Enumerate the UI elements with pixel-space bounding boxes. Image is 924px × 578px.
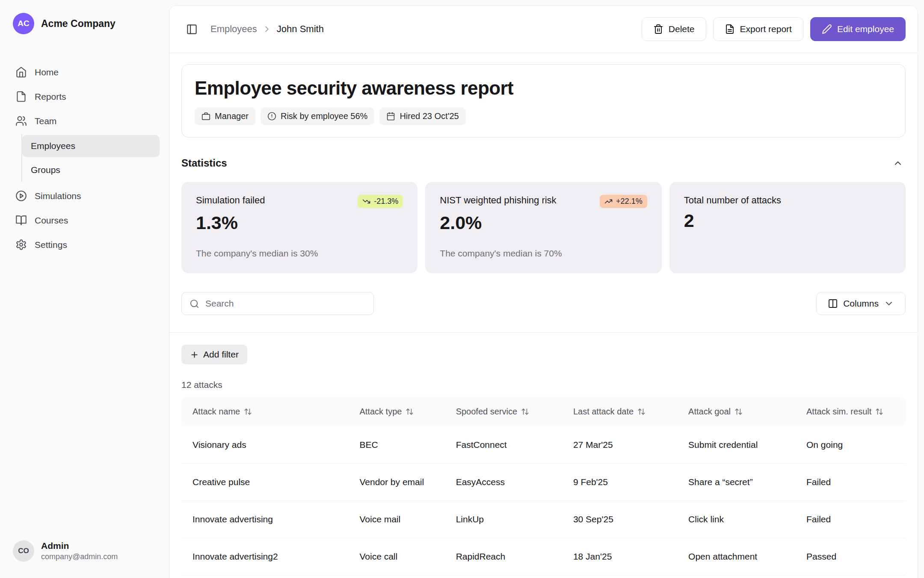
- file-text-icon: [725, 24, 735, 34]
- company-avatar: AC: [13, 13, 34, 34]
- cell-attack-goal: Share a “secret”: [688, 464, 806, 501]
- stat-value: 2: [684, 210, 891, 231]
- stat-value: 1.3%: [196, 212, 403, 233]
- sidebar-item-label: Reports: [35, 92, 66, 102]
- statistics-title: Statistics: [181, 157, 227, 169]
- cell-attack-name: Creative pulse: [181, 464, 359, 501]
- sidebar-item-courses[interactable]: Courses: [9, 208, 160, 232]
- users-icon: [15, 115, 27, 127]
- sidebar-item-home[interactable]: Home: [9, 60, 160, 84]
- table-toolbar: Columns: [181, 292, 906, 315]
- column-header-attack-name[interactable]: Attack name: [181, 397, 359, 426]
- risk-badge: Risk by employee 56%: [261, 107, 374, 125]
- export-report-button-label: Export report: [740, 24, 792, 34]
- cell-spoofed-service: LinkUp: [456, 501, 573, 538]
- sidebar-item-label: Courses: [35, 215, 68, 226]
- sort-icon: [244, 408, 252, 416]
- column-header-attack-type[interactable]: Attack type: [359, 397, 456, 426]
- cell-attack-goal: Click link: [688, 501, 806, 538]
- panel-left-icon: [186, 24, 198, 35]
- book-open-icon: [15, 215, 27, 226]
- sidebar-item-reports[interactable]: Reports: [9, 84, 160, 109]
- add-filter-label: Add filter: [203, 349, 239, 360]
- main-panel: Employees John Smith Delete Export repor…: [169, 5, 918, 578]
- trending-down-icon: [362, 197, 370, 206]
- trend-badge-up: +22.1%: [600, 195, 647, 208]
- sidebar-item-settings[interactable]: Settings: [9, 232, 160, 257]
- team-subnav: Employees Groups: [21, 134, 160, 182]
- cell-attack-result: Failed: [806, 464, 906, 501]
- column-header-attack-goal[interactable]: Attack goal: [688, 397, 806, 426]
- cell-attack-name: Impactful promotions: [181, 575, 359, 578]
- stat-cards: Simulation failed -21.3% 1.3% The compan…: [181, 182, 906, 273]
- column-header-last-attack-date[interactable]: Last attack date: [573, 397, 688, 426]
- stat-card-total-attacks: Total number of attacks 2: [669, 182, 906, 273]
- stat-card-phishing-risk: NIST weighted phishing risk +22.1% 2.0% …: [425, 182, 661, 273]
- play-circle-icon: [15, 190, 27, 202]
- columns-icon: [828, 298, 838, 309]
- chevron-right-icon: [262, 24, 272, 34]
- cell-spoofed-service: ConnectNow: [456, 575, 573, 578]
- add-filter-button[interactable]: Add filter: [181, 345, 247, 364]
- sidebar-item-team[interactable]: Team: [9, 109, 160, 133]
- attacks-table: Attack name Attack type Spoofed service …: [181, 397, 906, 578]
- hired-badge-label: Hired 23 Oct'25: [400, 111, 459, 121]
- stat-median: The company's median is 30%: [196, 248, 403, 259]
- cell-last-attack-date: 27 Mar'25: [573, 426, 688, 464]
- sidebar-item-simulations[interactable]: Simulations: [9, 184, 160, 208]
- cell-last-attack-date: 30 Sep'25: [573, 501, 688, 538]
- edit-employee-button[interactable]: Edit employee: [810, 17, 906, 41]
- pencil-icon: [822, 24, 832, 34]
- report-title-card: Employee security awareness report Manag…: [181, 64, 906, 137]
- table-row[interactable]: Innovate advertising Voice mail LinkUp 3…: [181, 501, 906, 538]
- table-row[interactable]: Innovate advertising2 Voice call RapidRe…: [181, 538, 906, 575]
- sidebar-spacer: [9, 257, 160, 537]
- cell-attack-goal: Open email: [688, 575, 806, 578]
- topbar: Employees John Smith Delete Export repor…: [169, 6, 918, 53]
- sidebar-item-label: Home: [35, 67, 59, 77]
- statistics-header: Statistics: [181, 155, 906, 171]
- cell-attack-name: Innovate advertising2: [181, 538, 359, 575]
- sidebar-nav: Home Reports Team Employees Groups Simul…: [9, 60, 160, 257]
- breadcrumb-parent[interactable]: Employees: [210, 24, 257, 35]
- cell-attack-type: BEC: [359, 426, 456, 464]
- cell-attack-result: Passed: [806, 538, 906, 575]
- attacks-section: Add filter 12 attacks Attack name Attack…: [169, 333, 918, 578]
- user-email: company@admin.com: [41, 552, 118, 561]
- column-header-spoofed-service[interactable]: Spoofed service: [456, 397, 573, 426]
- columns-button[interactable]: Columns: [816, 292, 906, 315]
- cell-attack-type: Vendor by email: [359, 464, 456, 501]
- report-badges: Manager Risk by employee 56% Hired 23 Oc…: [195, 107, 892, 125]
- sort-icon: [406, 408, 414, 416]
- sidebar-item-label: Simulations: [35, 191, 81, 201]
- stat-title: NIST weighted phishing risk: [440, 195, 556, 206]
- delete-button[interactable]: Delete: [642, 17, 706, 41]
- search-icon: [190, 299, 199, 309]
- export-report-button[interactable]: Export report: [713, 17, 803, 41]
- user-account[interactable]: CO Admin company@admin.com: [9, 537, 160, 565]
- statistics-collapse-button[interactable]: [890, 155, 906, 171]
- cell-attack-name: Innovate advertising: [181, 501, 359, 538]
- breadcrumb: Employees John Smith: [210, 24, 324, 35]
- sidebar-item-employees[interactable]: Employees: [22, 135, 160, 157]
- company-name: Acme Company: [41, 18, 116, 30]
- cell-attack-name: Visionary ads: [181, 426, 359, 464]
- cell-attack-goal: Submit credential: [688, 426, 806, 464]
- search-input[interactable]: [204, 298, 366, 309]
- cell-attack-result: Failed: [806, 501, 906, 538]
- user-avatar: CO: [13, 540, 34, 562]
- sidebar-item-label: Settings: [35, 240, 67, 250]
- table-row[interactable]: Visionary ads BEC FastConnect 27 Mar'25 …: [181, 426, 906, 464]
- alert-circle-icon: [267, 112, 276, 121]
- user-meta: Admin company@admin.com: [41, 541, 118, 561]
- cell-spoofed-service: RapidReach: [456, 538, 573, 575]
- sidebar: AC Acme Company Home Reports Team Employ…: [0, 0, 169, 578]
- sidebar-item-groups[interactable]: Groups: [22, 159, 160, 181]
- stat-value: 2.0%: [440, 212, 647, 233]
- column-header-attack-result[interactable]: Attack sim. result: [806, 397, 906, 426]
- table-row[interactable]: Impactful promotions Voice call ConnectN…: [181, 575, 906, 578]
- briefcase-icon: [201, 112, 210, 121]
- table-row[interactable]: Creative pulse Vendor by email EasyAcces…: [181, 464, 906, 501]
- sidebar-toggle-button[interactable]: [181, 19, 202, 39]
- cell-attack-type: Voice mail: [359, 501, 456, 538]
